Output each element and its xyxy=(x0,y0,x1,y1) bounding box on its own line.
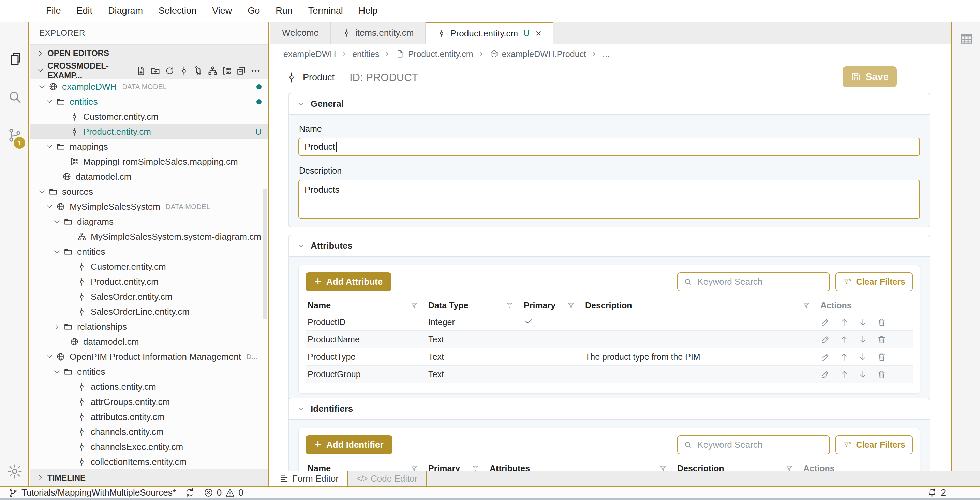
tree-item-mysimplesalessystem-system-diagram-cm[interactable]: MySimpleSalesSystem.system-diagram.cm xyxy=(30,229,268,244)
tree-item-customer-entity-cm[interactable]: Customer.entity.cm xyxy=(30,259,268,274)
timeline-section[interactable]: TIMELINE xyxy=(30,469,268,486)
tree-item-exampledwh[interactable]: exampleDWHDATA MODEL xyxy=(30,79,268,94)
breadcrumb-item[interactable]: exampleDWH xyxy=(283,49,336,59)
menu-item-help[interactable]: Help xyxy=(351,5,386,16)
chevron-right-icon[interactable] xyxy=(52,322,61,331)
attribute-row-producttype[interactable]: ProductTypeTextThe product type from the… xyxy=(305,348,913,365)
table-view-icon[interactable] xyxy=(959,31,974,46)
tree-item-mysimplesalessystem[interactable]: MySimpleSalesSystemDATA MODEL xyxy=(30,199,268,214)
tree-item-channels-entity-cm[interactable]: channels.entity.cm xyxy=(30,424,268,439)
pencil-icon[interactable] xyxy=(821,352,830,362)
arrow-up-icon[interactable] xyxy=(839,369,849,379)
trash-icon[interactable] xyxy=(877,334,886,344)
sync-status[interactable] xyxy=(185,488,195,498)
tree-item-diagrams[interactable]: diagrams xyxy=(30,214,268,229)
tree-item-openpim-product-information-management[interactable]: OpenPIM Product Information ManagementD.… xyxy=(30,349,268,364)
description-input[interactable]: Products xyxy=(298,180,920,219)
menu-item-selection[interactable]: Selection xyxy=(151,5,204,16)
chevron-down-icon[interactable] xyxy=(38,82,46,91)
chevron-down-icon[interactable] xyxy=(52,247,61,256)
problems-status[interactable]: 0 0 xyxy=(204,487,243,498)
collapse-all-icon[interactable] xyxy=(236,65,247,76)
arrow-up-icon[interactable] xyxy=(839,317,849,327)
tree-item-relationships[interactable]: relationships xyxy=(30,319,268,334)
more-icon[interactable] xyxy=(250,65,261,76)
attributes-section-header[interactable]: Attributes xyxy=(289,235,929,257)
add-attribute-button[interactable]: + Add Attribute xyxy=(305,272,391,291)
breadcrumb-item[interactable]: exampleDWH.Product xyxy=(490,49,586,59)
trash-icon[interactable] xyxy=(877,352,886,362)
notifications-status[interactable]: 2 xyxy=(927,487,946,498)
tab-items-entity-cm[interactable]: items.entity.cm xyxy=(331,22,426,44)
close-icon[interactable]: × xyxy=(536,28,542,38)
arrow-up-icon[interactable] xyxy=(839,334,849,344)
tree-item-attributes-entity-cm[interactable]: attributes.entity.cm xyxy=(30,409,268,424)
tree-item-salesorder-entity-cm[interactable]: SalesOrder.entity.cm xyxy=(30,289,268,304)
tree-item-sources[interactable]: sources xyxy=(30,184,268,199)
arrow-down-icon[interactable] xyxy=(858,369,868,379)
tab-code-editor[interactable]: </>Code Editor xyxy=(348,471,427,486)
new-folder-icon[interactable] xyxy=(150,65,161,76)
tree-item-entities[interactable]: entities xyxy=(30,94,268,109)
tree-item-mappingfromsimplesales-mapping-cm[interactable]: MappingFromSimpleSales.mapping.cm xyxy=(30,154,268,169)
gear-icon[interactable] xyxy=(6,463,23,479)
arrow-down-icon[interactable] xyxy=(858,352,868,362)
sidebar-scrollbar[interactable] xyxy=(262,189,267,319)
tab-welcome[interactable]: Welcome xyxy=(270,22,331,44)
pencil-icon[interactable] xyxy=(821,334,830,344)
attributes-search-input[interactable] xyxy=(697,276,824,288)
arrow-down-icon[interactable] xyxy=(858,334,868,344)
branch-status[interactable]: Tutorials/MappingWithMultipleSources* xyxy=(8,487,176,498)
attribute-row-productname[interactable]: ProductNameText xyxy=(305,331,913,348)
attributes-clear-filters-button[interactable]: Clear Filters xyxy=(835,272,913,291)
general-section-header[interactable]: General xyxy=(289,94,929,115)
tree-item-attrgroups-entity-cm[interactable]: attrGroups.entity.cm xyxy=(30,394,268,409)
chevron-down-icon[interactable] xyxy=(45,142,54,151)
new-diagram-icon[interactable] xyxy=(207,65,218,76)
identifiers-section-header[interactable]: Identifiers xyxy=(289,398,929,420)
funnel-icon[interactable] xyxy=(567,301,575,309)
open-editors-section[interactable]: OPEN EDITORS xyxy=(30,45,268,62)
name-input[interactable]: Product xyxy=(298,138,920,156)
trash-icon[interactable] xyxy=(877,317,886,327)
tree-item-product-entity-cm[interactable]: Product.entity.cm xyxy=(30,274,268,289)
attribute-row-productid[interactable]: ProductIDInteger xyxy=(305,313,913,331)
chevron-down-icon[interactable] xyxy=(38,187,46,196)
new-file-icon[interactable] xyxy=(136,65,146,76)
attribute-row-productgroup[interactable]: ProductGroupText xyxy=(305,365,913,383)
search-icon[interactable] xyxy=(6,89,23,105)
tab-product-entity-cm[interactable]: Product.entity.cmU× xyxy=(426,22,554,44)
arrow-down-icon[interactable] xyxy=(858,317,868,327)
menu-item-edit[interactable]: Edit xyxy=(69,5,100,16)
menu-item-view[interactable]: View xyxy=(204,5,240,16)
breadcrumb-item[interactable]: Product.entity.cm xyxy=(396,49,473,59)
tree-item-actions-entity-cm[interactable]: actions.entity.cm xyxy=(30,379,268,394)
arrow-up-icon[interactable] xyxy=(839,352,849,362)
explorer-icon[interactable] xyxy=(6,51,23,67)
tree-item-channelsexec-entity-cm[interactable]: channelsExec.entity.cm xyxy=(30,439,268,454)
menu-item-run[interactable]: Run xyxy=(268,5,301,16)
pencil-icon[interactable] xyxy=(821,369,830,379)
menu-item-go[interactable]: Go xyxy=(240,5,268,16)
tree-item-entities[interactable]: entities xyxy=(30,244,268,259)
tree-item-mappings[interactable]: mappings xyxy=(30,139,268,154)
tab-form-editor[interactable]: Form Editor xyxy=(270,471,348,486)
funnel-icon[interactable] xyxy=(506,301,514,309)
identifiers-search-input[interactable] xyxy=(697,439,824,451)
chevron-down-icon[interactable] xyxy=(45,352,54,361)
tree-item-entities[interactable]: entities xyxy=(30,364,268,379)
refresh-icon[interactable] xyxy=(164,65,175,76)
breadcrumb-item[interactable]: ... xyxy=(603,49,610,59)
menu-item-file[interactable]: File xyxy=(38,5,69,16)
tree-item-product-entity-cm[interactable]: Product.entity.cmU xyxy=(30,124,268,139)
add-identifier-button[interactable]: + Add Identifier xyxy=(305,435,393,454)
identifiers-clear-filters-button[interactable]: Clear Filters xyxy=(835,435,913,454)
funnel-icon[interactable] xyxy=(802,301,810,309)
breadcrumb-item[interactable]: entities xyxy=(352,49,379,59)
workspace-section[interactable]: CROSSMODEL-EXAMP... xyxy=(30,62,268,79)
menu-item-diagram[interactable]: Diagram xyxy=(100,5,151,16)
funnel-icon[interactable] xyxy=(410,301,418,309)
chevron-down-icon[interactable] xyxy=(45,202,54,211)
new-mapping-icon[interactable] xyxy=(222,65,232,76)
chevron-down-icon[interactable] xyxy=(52,367,61,376)
